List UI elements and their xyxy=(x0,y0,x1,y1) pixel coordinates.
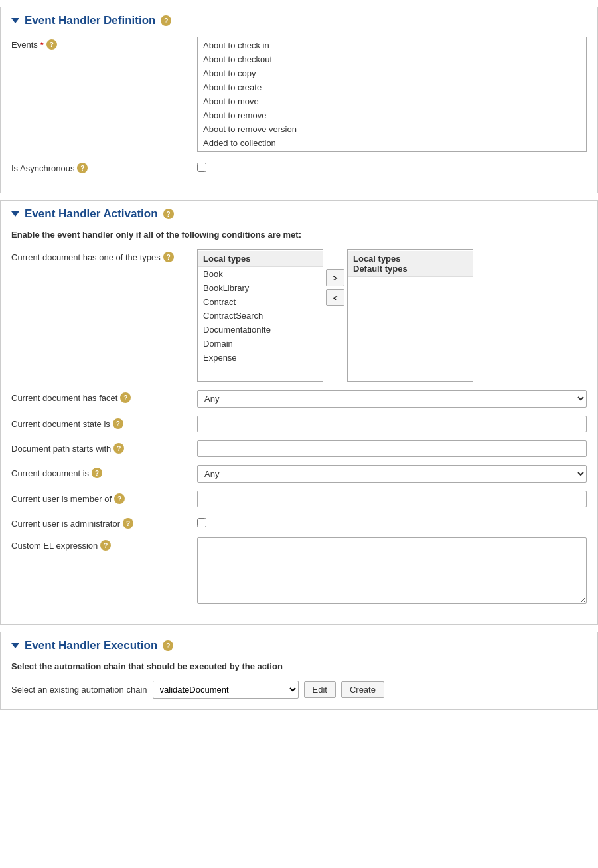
events-listbox-container: About to check in About to checkout Abou… xyxy=(197,37,587,152)
type-picker-container: Local types Book BookLibrary Contract Co… xyxy=(197,249,587,382)
path-help-icon[interactable]: ? xyxy=(113,443,124,454)
event-item-2[interactable]: About to copy xyxy=(198,66,586,80)
facet-row: Current document has facet ? Any Folderi… xyxy=(11,390,587,408)
async-row: Is Asynchronous ? xyxy=(11,160,587,174)
path-input-container xyxy=(197,440,587,457)
el-textarea[interactable] xyxy=(197,537,587,604)
event-item-4[interactable]: About to move xyxy=(198,94,586,108)
chain-label: Select an existing automation chain xyxy=(11,685,147,695)
admin-label-container: Current user is administrator ? xyxy=(11,515,197,529)
el-textarea-container xyxy=(197,537,587,606)
move-right-button[interactable]: > xyxy=(326,269,344,286)
event-item-5[interactable]: About to remove xyxy=(198,108,586,122)
async-checkbox-container xyxy=(197,160,587,174)
edit-chain-button[interactable]: Edit xyxy=(304,681,336,698)
execution-info: Select the automation chain that should … xyxy=(11,661,587,671)
type-item-6[interactable]: Expense xyxy=(198,351,323,365)
event-item-3[interactable]: About to create xyxy=(198,80,586,94)
activation-info: Enable the event handler only if all of … xyxy=(11,230,587,240)
path-label: Document path starts with xyxy=(11,444,111,454)
right-type-list[interactable]: Local types Default types xyxy=(347,249,473,382)
doc-types-label-container: Current document has one of the types ? xyxy=(11,249,197,262)
events-required: * xyxy=(40,40,44,50)
state-help-icon[interactable]: ? xyxy=(113,418,123,429)
event-item-6[interactable]: About to remove version xyxy=(198,122,586,136)
facet-label: Current document has facet xyxy=(11,393,117,403)
el-label: Custom EL expression xyxy=(11,541,98,551)
execution-help-icon[interactable]: ? xyxy=(163,640,173,651)
event-handler-definition-section: Event Handler Definition ? Events * ? Ab… xyxy=(0,7,598,193)
type-arrow-buttons: > < xyxy=(326,249,344,306)
definition-title: Event Handler Definition xyxy=(25,14,155,27)
member-input[interactable] xyxy=(197,491,587,507)
is-help-icon[interactable]: ? xyxy=(92,468,102,478)
execution-header: Event Handler Execution ? xyxy=(11,639,587,652)
type-item-3[interactable]: ContractSearch xyxy=(198,309,323,323)
doc-types-help-icon[interactable]: ? xyxy=(163,252,174,262)
event-item-0[interactable]: About to check in xyxy=(198,39,586,52)
create-chain-button[interactable]: Create xyxy=(341,681,384,698)
events-help-icon[interactable]: ? xyxy=(46,39,57,50)
path-input[interactable] xyxy=(197,440,587,457)
execution-title: Event Handler Execution xyxy=(25,639,157,652)
facet-label-container: Current document has facet ? xyxy=(11,390,197,403)
move-left-button[interactable]: < xyxy=(326,289,344,306)
member-input-container xyxy=(197,491,587,507)
admin-label: Current user is administrator xyxy=(11,519,120,529)
admin-checkbox-container xyxy=(197,515,587,529)
collapse-triangle-icon[interactable] xyxy=(11,18,19,23)
async-label-container: Is Asynchronous ? xyxy=(11,160,197,173)
events-listbox[interactable]: About to check in About to checkout Abou… xyxy=(197,37,587,152)
state-input-container xyxy=(197,416,587,432)
is-row: Current document is ? Any Regular docume… xyxy=(11,465,587,483)
events-label-container: Events * ? xyxy=(11,37,197,50)
facet-select[interactable]: Any Folderish HiddenInCreation Immutable… xyxy=(197,390,587,408)
collapse-triangle-activation-icon[interactable] xyxy=(11,211,19,217)
admin-row: Current user is administrator ? xyxy=(11,515,587,529)
event-handler-execution-section: Event Handler Execution ? Select the aut… xyxy=(0,632,598,710)
activation-header: Event Handler Activation ? xyxy=(11,207,587,220)
facet-select-container: Any Folderish HiddenInCreation Immutable… xyxy=(197,390,587,408)
activation-help-icon[interactable]: ? xyxy=(163,209,174,219)
events-row: Events * ? About to check in About to ch… xyxy=(11,37,587,152)
chain-select[interactable]: validateDocument chainA chainB xyxy=(153,681,299,699)
path-label-container: Document path starts with ? xyxy=(11,440,197,454)
state-label-container: Current document state is ? xyxy=(11,416,197,429)
path-row: Document path starts with ? xyxy=(11,440,587,457)
definition-header: Event Handler Definition ? xyxy=(11,14,587,27)
right-header-line1: Local types xyxy=(353,254,401,264)
doc-types-row: Current document has one of the types ? … xyxy=(11,249,587,382)
type-item-1[interactable]: BookLibrary xyxy=(198,281,323,295)
async-checkbox[interactable] xyxy=(197,163,206,172)
left-type-list[interactable]: Local types Book BookLibrary Contract Co… xyxy=(197,249,323,382)
right-list-header: Local types Default types xyxy=(348,251,473,277)
is-select-container: Any Regular document Proxy Version xyxy=(197,465,587,483)
member-label: Current user is member of xyxy=(11,494,112,504)
state-label: Current document state is xyxy=(11,419,110,429)
el-row: Custom EL expression ? xyxy=(11,537,587,606)
event-item-7[interactable]: Added to collection xyxy=(198,136,586,150)
type-item-4[interactable]: DocumentationIte xyxy=(198,323,323,337)
admin-checkbox[interactable] xyxy=(197,518,206,527)
el-label-container: Custom EL expression ? xyxy=(11,537,197,551)
facet-help-icon[interactable]: ? xyxy=(120,392,131,403)
event-handler-activation-section: Event Handler Activation ? Enable the ev… xyxy=(0,200,598,625)
collapse-triangle-execution-icon[interactable] xyxy=(11,643,19,648)
async-help-icon[interactable]: ? xyxy=(77,163,88,173)
async-label: Is Asynchronous xyxy=(11,163,74,173)
type-item-2[interactable]: Contract xyxy=(198,295,323,309)
event-item-1[interactable]: About to checkout xyxy=(198,52,586,66)
el-help-icon[interactable]: ? xyxy=(100,540,111,551)
left-list-header: Local types xyxy=(198,251,323,267)
admin-help-icon[interactable]: ? xyxy=(123,518,133,529)
member-label-container: Current user is member of ? xyxy=(11,491,197,504)
definition-help-icon[interactable]: ? xyxy=(161,15,171,26)
is-label-container: Current document is ? xyxy=(11,465,197,478)
type-item-0[interactable]: Book xyxy=(198,267,323,281)
chain-row: Select an existing automation chain vali… xyxy=(11,681,587,699)
state-input[interactable] xyxy=(197,416,587,432)
is-select[interactable]: Any Regular document Proxy Version xyxy=(197,465,587,483)
doc-types-label: Current document has one of the types xyxy=(11,252,161,262)
member-help-icon[interactable]: ? xyxy=(114,493,125,504)
type-item-5[interactable]: Domain xyxy=(198,337,323,351)
